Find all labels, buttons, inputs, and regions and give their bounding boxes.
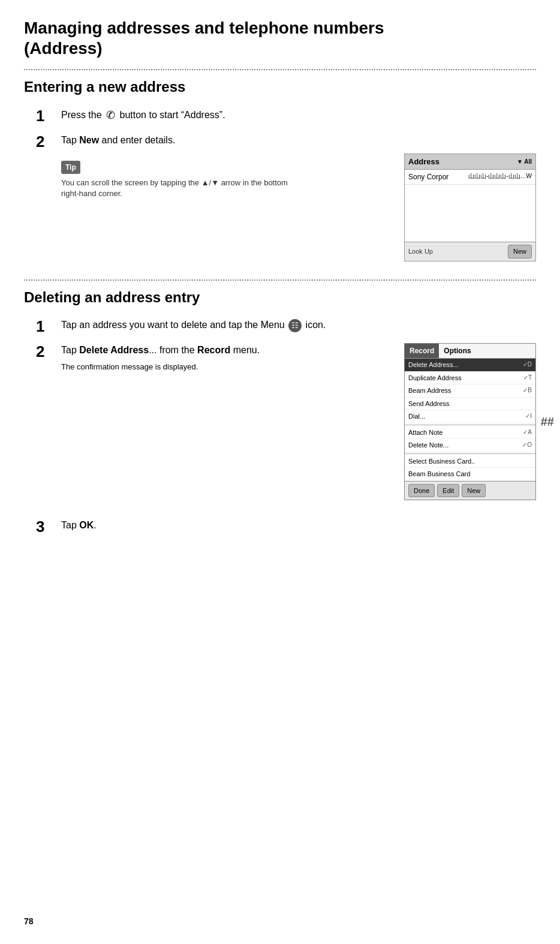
addr-lookup-label: Look Up xyxy=(408,246,433,257)
section-divider-2 xyxy=(24,279,536,281)
rec-menu-record[interactable]: Record xyxy=(405,344,439,358)
page-number: 78 xyxy=(24,916,34,926)
step1-content: Press the ✆ button to start “Address”. xyxy=(61,107,536,124)
section-deleting-address: Deleting an address entry 1 Tap an addre… xyxy=(24,289,536,536)
rec-divider-2 xyxy=(405,453,535,454)
addr-dropdown: ▼ All xyxy=(517,157,532,166)
step2-content: Tap New and enter details. Tip You can s… xyxy=(61,133,536,261)
addr-title-bar: Address ▼ All xyxy=(405,154,535,170)
section-divider-1 xyxy=(24,69,536,70)
delete-step3-number: 3 xyxy=(36,518,55,536)
step1-entering: 1 Press the ✆ button to start “Address”. xyxy=(24,107,536,125)
hash-mark: ## xyxy=(541,413,554,431)
tip-text: You can scroll the screen by tapping the… xyxy=(61,178,289,199)
step2-number: 2 xyxy=(36,133,55,151)
rec-new-button[interactable]: New xyxy=(462,484,486,498)
rec-done-button[interactable]: Done xyxy=(408,484,435,498)
addr-row-1: Sony Corpor 山山山-山山山-山山…W xyxy=(405,170,535,185)
delete-step1-number: 1 xyxy=(36,318,55,335)
addr-app-title: Address xyxy=(408,156,439,168)
step2-entering: 2 Tap New and enter details. Tip You can… xyxy=(24,133,536,261)
menu-icon: ☷ xyxy=(288,319,302,332)
section2-title: Deleting an address entry xyxy=(24,289,536,306)
rec-row-beam-biz-card[interactable]: Beam Business Card xyxy=(405,468,535,481)
record-screenshot: Record Options Delete Address... ✓D Dupl… xyxy=(404,343,536,500)
step1-number: 1 xyxy=(36,107,55,125)
delete-text-section: Tap Delete Address... from the Record me… xyxy=(61,343,392,373)
delete-step2: 2 Tap Delete Address... from the Record … xyxy=(24,343,536,500)
rec-footer: Done Edit New xyxy=(405,481,535,500)
section-entering-address: Entering a new address 1 Press the ✆ but… xyxy=(24,79,536,261)
record-screenshot-wrapper: Record Options Delete Address... ✓D Dupl… xyxy=(404,343,536,500)
rec-menu-body: Delete Address... ✓D Duplicate Address ✓… xyxy=(405,359,535,481)
delete-step2-layout: Tap Delete Address... from the Record me… xyxy=(61,343,536,500)
delete-step2-number: 2 xyxy=(36,343,55,360)
delete-step2-subtext: The confirmation message is displayed. xyxy=(61,361,392,373)
rec-row-delete-address[interactable]: Delete Address... ✓D xyxy=(405,359,535,372)
tip-label: Tip xyxy=(61,161,80,174)
rec-row-attach-note[interactable]: Attach Note ✓A xyxy=(405,426,535,440)
step2-layout: Tip You can scroll the screen by tapping… xyxy=(61,154,536,261)
rec-menu-bar: Record Options xyxy=(405,344,535,359)
rec-row-send-address[interactable]: Send Address xyxy=(405,398,535,411)
rec-row-beam-address[interactable]: Beam Address ✓B xyxy=(405,384,535,398)
rec-divider-1 xyxy=(405,425,535,425)
delete-step1: 1 Tap an address you want to delete and … xyxy=(24,318,536,335)
delete-step3: 3 Tap OK. xyxy=(24,518,536,536)
delete-step3-content: Tap OK. xyxy=(61,518,536,533)
rec-row-select-biz-card[interactable]: Select Business Card.. xyxy=(405,455,535,468)
address-screenshot: Address ▼ All Sony Corpor 山山山-山山山-山山…W L… xyxy=(404,154,536,261)
addr-footer: Look Up New xyxy=(405,242,535,261)
tip-box: Tip You can scroll the screen by tapping… xyxy=(61,160,392,199)
delete-step2-content: Tap Delete Address... from the Record me… xyxy=(61,343,536,500)
addr-new-button[interactable]: New xyxy=(508,245,532,258)
addr-body: Sony Corpor 山山山-山山山-山山…W xyxy=(405,170,535,242)
page-title: Managing addresses and telephone numbers… xyxy=(24,18,536,58)
rec-row-dial[interactable]: Dial... ✓I xyxy=(405,410,535,423)
rec-row-duplicate[interactable]: Duplicate Address ✓T xyxy=(405,372,535,385)
rec-row-delete-note[interactable]: Delete Note... ✓O xyxy=(405,439,535,452)
delete-step1-content: Tap an address you want to delete and ta… xyxy=(61,318,536,332)
phone-icon: ✆ xyxy=(106,107,115,124)
tip-section: Tip You can scroll the screen by tapping… xyxy=(61,154,392,205)
rec-menu-options[interactable]: Options xyxy=(439,344,475,358)
rec-edit-button[interactable]: Edit xyxy=(437,484,459,498)
section1-title: Entering a new address xyxy=(24,79,536,95)
